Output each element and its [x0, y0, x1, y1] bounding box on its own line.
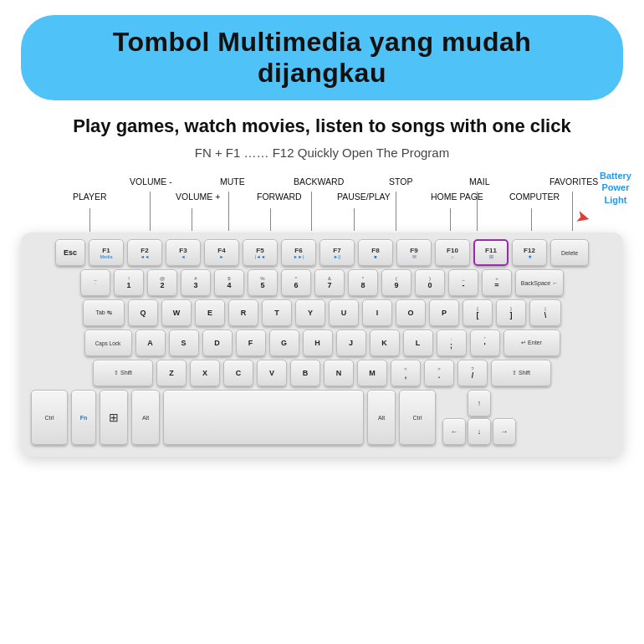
- key-fn[interactable]: Fn: [71, 390, 96, 445]
- key-f8[interactable]: F8■: [358, 239, 393, 266]
- key-4[interactable]: $4: [214, 269, 244, 296]
- key-shift-right[interactable]: ⇧ Shift: [491, 360, 551, 386]
- key-m[interactable]: M: [357, 360, 387, 386]
- key-j[interactable]: J: [336, 330, 366, 356]
- key-arrow-right[interactable]: →: [493, 418, 516, 445]
- label-homepage: HOME PAGE: [431, 192, 483, 202]
- line-mail: [477, 192, 478, 231]
- key-g[interactable]: G: [269, 330, 299, 356]
- key-capslock[interactable]: Caps Lock: [84, 330, 132, 356]
- line-forward: [270, 208, 271, 231]
- key-0[interactable]: )0: [415, 269, 445, 296]
- key-7[interactable]: &7: [314, 269, 345, 296]
- key-1[interactable]: !1: [114, 269, 144, 296]
- key-y[interactable]: Y: [295, 299, 325, 326]
- key-equals[interactable]: +=: [482, 269, 512, 296]
- key-z[interactable]: Z: [156, 360, 187, 386]
- key-f10[interactable]: F10⌂: [435, 239, 470, 266]
- key-f5[interactable]: F5|◄◄: [243, 239, 278, 266]
- key-delete[interactable]: Delete: [550, 239, 589, 266]
- key-quote[interactable]: "': [470, 330, 500, 356]
- key-backslash[interactable]: |\: [529, 299, 561, 326]
- label-battery: BatteryPowerLight: [600, 170, 631, 206]
- key-i[interactable]: I: [362, 299, 392, 326]
- key-ctrl-right[interactable]: Ctrl: [399, 390, 436, 445]
- key-x[interactable]: X: [190, 360, 220, 386]
- key-q[interactable]: Q: [128, 299, 158, 326]
- key-9[interactable]: (9: [381, 269, 411, 296]
- key-8[interactable]: *8: [348, 269, 378, 296]
- q-row: Tab ↹ Q W E R T Y U I O P {[ }] |\: [28, 299, 616, 326]
- key-backtick[interactable]: ~`: [80, 269, 110, 296]
- fkey-row: Esc F1Media F2◄◄ F3◄ F4► F5|◄◄ F6►►| F7►…: [28, 239, 616, 266]
- label-player: PLAYER: [73, 192, 107, 202]
- key-arrow-left[interactable]: ←: [442, 418, 466, 445]
- line-stop: [396, 192, 396, 231]
- banner-title: Tombol Multimedia yang mudah dijangkau: [53, 27, 591, 89]
- red-arrow-annotation: ➤: [574, 207, 590, 227]
- key-tab[interactable]: Tab ↹: [83, 299, 125, 326]
- key-semicolon[interactable]: :;: [437, 330, 467, 356]
- key-e[interactable]: E: [195, 299, 225, 326]
- key-f12[interactable]: F12★: [512, 239, 547, 266]
- key-p[interactable]: P: [429, 299, 459, 326]
- fn-note: FN + F1 …… F12 Quickly Open The Program: [195, 146, 449, 160]
- line-pause: [354, 208, 355, 231]
- key-comma[interactable]: <,: [391, 360, 421, 386]
- key-minus[interactable]: _-: [448, 269, 478, 296]
- key-win[interactable]: ⊞: [100, 390, 128, 445]
- key-f3[interactable]: F3◄: [166, 239, 201, 266]
- label-computer: COMPUTER: [509, 192, 560, 202]
- key-2[interactable]: @2: [147, 269, 177, 296]
- label-volume-minus: VOLUME -: [130, 176, 172, 187]
- key-f[interactable]: F: [236, 330, 266, 356]
- subtitle: Play games, watch movies, listen to song…: [73, 115, 570, 137]
- key-v[interactable]: V: [257, 360, 287, 386]
- line-computer: [531, 208, 532, 231]
- key-f9[interactable]: F9✉: [396, 239, 432, 266]
- label-stop: STOP: [389, 176, 412, 187]
- key-l[interactable]: L: [403, 330, 433, 356]
- key-f1[interactable]: F1Media: [89, 239, 124, 266]
- key-alt-right[interactable]: Alt: [367, 390, 396, 445]
- key-s[interactable]: S: [169, 330, 199, 356]
- key-u[interactable]: U: [329, 299, 359, 326]
- key-period[interactable]: >.: [424, 360, 454, 386]
- key-arrow-up[interactable]: ↑: [468, 390, 491, 417]
- key-lbracket[interactable]: {[: [463, 299, 493, 326]
- key-c[interactable]: C: [223, 360, 253, 386]
- label-mute: MUTE: [220, 176, 245, 187]
- key-k[interactable]: K: [370, 330, 400, 356]
- key-n[interactable]: N: [324, 360, 354, 386]
- key-ctrl-left[interactable]: Ctrl: [31, 390, 68, 445]
- key-r[interactable]: R: [228, 299, 258, 326]
- key-a[interactable]: A: [135, 330, 166, 356]
- key-6[interactable]: ^6: [281, 269, 311, 296]
- key-5[interactable]: %5: [248, 269, 278, 296]
- key-t[interactable]: T: [262, 299, 292, 326]
- line-favorites: [572, 192, 573, 231]
- key-rbracket[interactable]: }]: [496, 299, 526, 326]
- key-3[interactable]: #3: [181, 269, 211, 296]
- key-w[interactable]: W: [161, 299, 192, 326]
- key-slash[interactable]: ?/: [457, 360, 488, 386]
- key-backspace[interactable]: BackSpace ←: [515, 269, 564, 296]
- label-pause: PAUSE/PLAY: [337, 192, 391, 202]
- key-f2[interactable]: F2◄◄: [127, 239, 162, 266]
- key-alt-left[interactable]: Alt: [131, 390, 160, 445]
- key-h[interactable]: H: [303, 330, 333, 356]
- key-d[interactable]: D: [202, 330, 233, 356]
- label-forward: FORWARD: [257, 192, 302, 202]
- key-enter[interactable]: ↵ Enter: [503, 330, 560, 356]
- key-o[interactable]: O: [396, 299, 426, 326]
- key-arrow-down[interactable]: ↓: [468, 418, 491, 445]
- key-f6[interactable]: F6►►|: [281, 239, 316, 266]
- key-esc[interactable]: Esc: [55, 239, 85, 266]
- key-f11[interactable]: F11⊞: [473, 239, 509, 266]
- key-b[interactable]: B: [290, 360, 320, 386]
- key-shift-left[interactable]: ⇧ Shift: [93, 360, 153, 386]
- line-volume-minus: [150, 192, 151, 231]
- key-f7[interactable]: F7►||: [319, 239, 355, 266]
- key-space[interactable]: [163, 390, 364, 445]
- key-f4[interactable]: F4►: [204, 239, 239, 266]
